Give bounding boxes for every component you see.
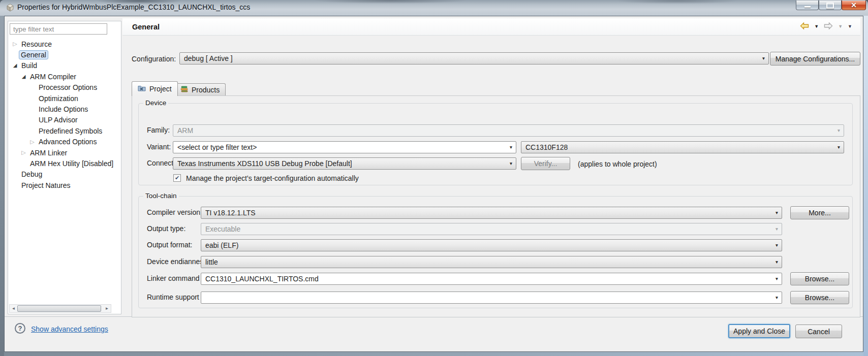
output-type-value: Executable <box>201 225 244 233</box>
tree-item-label: ARM Compiler <box>27 72 79 82</box>
runtime-lib-combo[interactable]: ▼ <box>201 292 782 304</box>
tree-item-ulp-advisor[interactable]: ULP Advisor <box>8 115 120 125</box>
compiler-version-combo[interactable]: TI v18.12.1.LTS ▼ <box>201 207 782 219</box>
apply-and-close-button[interactable]: Apply and Close <box>728 324 790 338</box>
show-advanced-settings-link[interactable]: Show advanced settings <box>31 325 108 333</box>
auto-manage-label[interactable]: Manage the project’s target-configuratio… <box>186 174 359 182</box>
configuration-combo[interactable]: debug [ Active ] ▼ <box>179 52 769 64</box>
forward-icon[interactable] <box>824 22 833 31</box>
properties-tree: ▷ResourceGeneral◢Build◢ARM CompilerProce… <box>8 39 120 303</box>
titlebar[interactable]: Properties for HybridWmbusPlcExample_CC1… <box>0 0 868 16</box>
runtime-lib-row: Runtime support library: ▼ Browse... <box>139 291 852 304</box>
tree-item-general[interactable]: General <box>8 49 120 60</box>
dropdown-arrow-icon[interactable]: ▼ <box>759 56 768 61</box>
content-header: General ▼ ▼ ▼ <box>122 18 860 36</box>
tree-item-label: ARM Hex Utility [Disabled] <box>27 158 116 169</box>
endianness-row: Device endianness: little ▼ <box>139 255 852 269</box>
tree-item-predefined-symbols[interactable]: Predefined Symbols <box>8 125 120 136</box>
tree-item-arm-compiler[interactable]: ◢ARM Compiler <box>8 71 120 82</box>
dropdown-arrow-icon: ▼ <box>772 227 782 232</box>
page-title: General <box>132 23 160 31</box>
variant-filter-combo[interactable]: <select or type filter text> ▼ <box>173 141 516 153</box>
maximize-button[interactable] <box>819 1 842 10</box>
connection-value: Texas Instruments XDS110 USB Debug Probe… <box>173 159 356 168</box>
output-format-combo[interactable]: eabi (ELF) ▼ <box>201 239 782 251</box>
products-tab-icon <box>180 86 188 94</box>
scroll-right-icon[interactable]: ► <box>103 307 111 311</box>
dropdown-arrow-icon[interactable]: ▼ <box>506 145 516 150</box>
dropdown-arrow-icon[interactable]: ▼ <box>772 260 782 265</box>
runtime-browse-button[interactable]: Browse... <box>790 291 849 304</box>
tree-horizontal-scrollbar[interactable]: ◄ ► <box>9 304 111 313</box>
tree-item-label: Include Options <box>36 104 90 114</box>
close-icon: ✕ <box>851 2 857 9</box>
more-button[interactable]: More... <box>790 206 849 219</box>
tree-item-processor-options[interactable]: Processor Options <box>8 82 120 93</box>
family-combo: ARM ▼ <box>173 124 844 137</box>
dropdown-arrow-icon[interactable]: ▼ <box>772 296 782 300</box>
view-menu-icon[interactable]: ▼ <box>848 24 852 29</box>
tree-expanded-icon[interactable]: ◢ <box>11 63 19 68</box>
forward-menu-icon[interactable]: ▼ <box>838 24 843 29</box>
tree-collapsed-icon[interactable]: ▷ <box>28 139 36 145</box>
output-type-combo: Executable ▼ <box>201 223 782 235</box>
tree-item-include-options[interactable]: Include Options <box>8 104 120 114</box>
variant-row: Variant: <select or type filter text> ▼ … <box>139 141 852 154</box>
endianness-combo[interactable]: little ▼ <box>201 256 782 268</box>
connection-combo[interactable]: Texas Instruments XDS110 USB Debug Probe… <box>173 157 516 170</box>
variant-device-value: CC1310F128 <box>521 143 572 151</box>
cancel-button[interactable]: Cancel <box>795 325 842 338</box>
verify-button[interactable]: Verify... <box>521 157 570 170</box>
tree-expanded-icon[interactable]: ◢ <box>20 74 27 79</box>
variant-filter-value: <select or type filter text> <box>173 143 261 151</box>
scrollbar-thumb[interactable] <box>17 305 101 312</box>
tree-item-debug[interactable]: Debug <box>8 169 120 180</box>
tree-item-project-natures[interactable]: Project Natures <box>8 180 120 190</box>
tree-item-resource[interactable]: ▷Resource <box>8 39 120 49</box>
header-toolbar: ▼ ▼ ▼ <box>800 22 852 31</box>
manage-configurations-button[interactable]: Manage Configurations... <box>770 52 860 66</box>
window-frame-left <box>0 16 4 356</box>
output-type-label: Output type: <box>147 224 185 233</box>
auto-manage-checkbox[interactable]: ✔ <box>173 174 181 182</box>
project-tab-icon <box>138 85 146 93</box>
linker-file-combo[interactable]: CC1310_LAUNCHXL_TIRTOS.cmd ▼ <box>201 273 782 285</box>
toolchain-group-title: Tool-chain <box>143 192 179 200</box>
tree-item-label: Processor Options <box>36 82 100 92</box>
tree-item-build[interactable]: ◢Build <box>8 60 120 71</box>
back-icon[interactable] <box>800 22 809 31</box>
dropdown-arrow-icon: ▼ <box>834 128 844 133</box>
scroll-left-icon[interactable]: ◄ <box>10 307 17 311</box>
tree-item-label: Project Natures <box>19 180 73 190</box>
tree-item-advanced-options[interactable]: ▷Advanced Options <box>8 137 120 147</box>
tree-collapsed-icon[interactable]: ▷ <box>20 150 27 155</box>
dropdown-arrow-icon[interactable]: ▼ <box>772 243 782 248</box>
dropdown-arrow-icon[interactable]: ▼ <box>834 145 844 150</box>
close-button[interactable]: ✕ <box>842 1 866 10</box>
tab-products[interactable]: Products <box>174 83 226 95</box>
auto-manage-row: ✔ Manage the project’s target-configurat… <box>139 173 852 186</box>
tree-item-label: ULP Advisor <box>36 115 80 125</box>
tree-item-arm-linker[interactable]: ▷ARM Linker <box>8 147 120 158</box>
filter-input[interactable] <box>10 23 107 35</box>
tree-item-arm-hex-utility-disabled[interactable]: ARM Hex Utility [Disabled] <box>8 158 120 169</box>
dropdown-arrow-icon[interactable]: ▼ <box>772 211 782 215</box>
back-menu-icon[interactable]: ▼ <box>814 24 819 29</box>
connection-row: Connection: Texas Instruments XDS110 USB… <box>139 157 852 170</box>
checkmark-icon: ✔ <box>175 175 179 181</box>
dropdown-arrow-icon[interactable]: ▼ <box>772 277 782 281</box>
minimize-button[interactable] <box>796 1 819 10</box>
tab-project[interactable]: Project <box>132 81 178 96</box>
tree-collapsed-icon[interactable]: ▷ <box>11 41 19 47</box>
variant-device-combo[interactable]: CC1310F128 ▼ <box>521 141 844 153</box>
linker-browse-button[interactable]: Browse... <box>790 272 849 285</box>
tree-item-label: Advanced Options <box>36 137 99 147</box>
tab-label: Project <box>149 85 172 93</box>
dropdown-arrow-icon[interactable]: ▼ <box>506 161 516 166</box>
connection-note: (applies to whole project) <box>578 160 657 168</box>
tree-item-label: Predefined Symbols <box>36 126 105 136</box>
help-icon[interactable]: ? <box>15 323 25 334</box>
minimize-icon <box>804 6 811 8</box>
project-tab-content: Device Family: ARM ▼ Variant: <select or… <box>132 95 860 317</box>
tree-item-optimization[interactable]: Optimization <box>8 93 120 104</box>
